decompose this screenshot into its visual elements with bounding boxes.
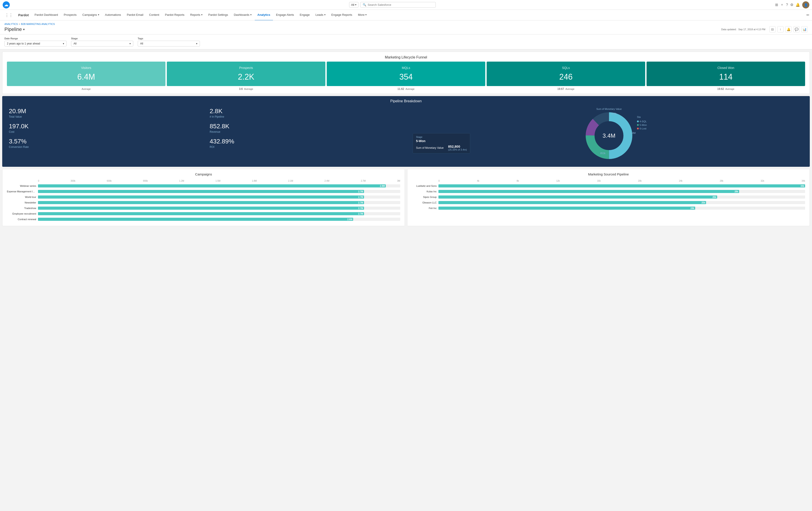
sidebar-item-pardot-reports[interactable]: Pardot Reports bbox=[162, 10, 187, 21]
donut-center-value: 3.4M bbox=[603, 132, 615, 139]
legend-title: Sta bbox=[637, 116, 647, 118]
gear-icon[interactable]: ⚙ bbox=[790, 3, 793, 7]
breadcrumb-analytics[interactable]: ANALYTICS bbox=[4, 23, 18, 25]
sidebar-item-campaigns[interactable]: Campaigns▾ bbox=[80, 10, 102, 21]
chart-icon[interactable]: 📊 bbox=[801, 26, 808, 32]
sidebar-item-more[interactable]: More▾ bbox=[355, 10, 370, 21]
legend-item-sql: 4-SQL bbox=[637, 120, 647, 123]
marketing-pipeline-card: Marketing Sourced Pipeline 0 4k 8k 12k 1… bbox=[407, 169, 810, 226]
chevron-down-icon: ▾ bbox=[129, 42, 131, 45]
sidebar-item-pardot-settings[interactable]: Pardot Settings bbox=[206, 10, 231, 21]
stat-big-4: 3.57% bbox=[9, 138, 201, 145]
filter-stage-label: Stage bbox=[71, 37, 133, 40]
donut-legend: Sta 4-SQL 5-Won bbox=[637, 116, 647, 130]
all-dropdown[interactable]: All ▾ bbox=[349, 2, 358, 7]
salesforce-logo: ☁ bbox=[3, 1, 10, 8]
sidebar-item-pardot-dashboard[interactable]: Pardot Dashboard bbox=[32, 10, 61, 21]
stat-label-0: Total Value bbox=[9, 115, 201, 118]
filter-date-select[interactable]: 2 years ago to 1 year ahead ▾ bbox=[4, 41, 67, 47]
funnel-avg-label-1: Average bbox=[244, 88, 253, 90]
search-input[interactable] bbox=[368, 3, 433, 6]
funnel-value-prospects: 2.2K bbox=[238, 72, 254, 82]
marketing-axis: 0 4k 8k 12k 16k 20k 24k 28k 32k 34k bbox=[412, 180, 805, 182]
filter-tags-label: Tags bbox=[138, 37, 200, 40]
funnel-title: Marketing Lifecycle Funnel bbox=[2, 52, 810, 61]
tooltip-value: 852,800 bbox=[448, 144, 467, 148]
legend-item-won: 5-Won bbox=[637, 124, 647, 126]
search-icon: 🔍 bbox=[363, 3, 366, 6]
sidebar-item-reports[interactable]: Reports▾ bbox=[187, 10, 205, 21]
nav-apps-icon[interactable]: ⋮⋮ bbox=[3, 13, 15, 18]
marketing-pipeline-bar-chart: 0 4k 8k 12k 16k 20k 24k 28k 32k 34k Luei… bbox=[407, 178, 810, 215]
list-item: Webinar series 2.9M bbox=[7, 184, 400, 188]
chevron-down-icon: ▾ bbox=[63, 42, 64, 45]
legend-dot-won bbox=[637, 124, 639, 126]
search-box[interactable]: 🔍 bbox=[360, 2, 436, 7]
sidebar-item-analytics[interactable]: Analytics bbox=[255, 10, 273, 21]
sidebar-item-engage-alerts[interactable]: Engage Alerts bbox=[273, 10, 297, 21]
funnel-value-mqls: 354 bbox=[399, 72, 413, 82]
top-search-bar: ☁ All ▾ 🔍 ⊞ ＋ ? ⚙ 🔔 👤 bbox=[0, 0, 812, 10]
funnel-avg-row: Average 3.6 Average 11.62 Average 19.67 … bbox=[2, 86, 810, 93]
avatar[interactable]: 👤 bbox=[802, 1, 809, 8]
sidebar-item-engage[interactable]: Engage bbox=[297, 10, 313, 21]
bottom-row: Campaigns 0 300k 600k 900k 1.2M 1.5M 1.8… bbox=[2, 169, 810, 226]
marketing-pipeline-title: Marketing Sourced Pipeline bbox=[407, 169, 810, 178]
funnel-avg-val-2: 11.62 bbox=[398, 87, 404, 90]
campaigns-bar-chart: 0 300k 600k 900k 1.2M 1.5M 1.8M 2.1M 2.4… bbox=[2, 178, 405, 226]
sidebar-item-prospects[interactable]: Prospects bbox=[61, 10, 79, 21]
filter-date-label: Date Range bbox=[4, 37, 67, 40]
content-area: ANALYTICS > B2B MARKETING ANALYTICS Pipe… bbox=[0, 21, 812, 231]
sidebar-item-content[interactable]: Content bbox=[146, 10, 162, 21]
donut-label-853k: 853k bbox=[600, 152, 605, 155]
sidebar-item-pardot-email[interactable]: Pardot Email bbox=[124, 10, 146, 21]
sidebar-item-automations[interactable]: Automations bbox=[103, 10, 124, 21]
edit-icon[interactable]: ✏ bbox=[807, 13, 809, 17]
tooltip-title: Stage bbox=[416, 136, 467, 138]
bookmark-icon[interactable]: ⊟ bbox=[770, 26, 776, 32]
funnel-avg-label-3: Average bbox=[566, 88, 575, 90]
stat-big-3: 852.8K bbox=[210, 123, 402, 130]
stat-conversion-rate: 3.57% Conversion Rate bbox=[9, 138, 201, 149]
grid-icon[interactable]: ⊞ bbox=[775, 3, 778, 7]
campaigns-bars: Webinar series 2.9M Expense Management l… bbox=[7, 184, 400, 221]
add-icon[interactable]: ＋ bbox=[780, 2, 784, 7]
list-item: Tradeshow 2.7M bbox=[7, 206, 400, 210]
filter-tags-select[interactable]: All ▾ bbox=[138, 41, 200, 47]
pipeline-stats: 20.9M Total Value 2.8K # in Pipeline 197… bbox=[2, 105, 408, 162]
chevron-down-icon: ▾ bbox=[250, 14, 252, 16]
list-item: Lueilwitz and Sons 34k bbox=[412, 184, 805, 188]
stat-label-1: # in Pipeline bbox=[210, 115, 402, 118]
pipeline-card: Pipeline Breakdown 20.9M Total Value 2.8… bbox=[2, 96, 810, 167]
sidebar-item-dashboards[interactable]: Dashboards▾ bbox=[231, 10, 254, 21]
help-icon[interactable]: ? bbox=[786, 3, 788, 7]
sidebar-item-leads[interactable]: Leads▾ bbox=[313, 10, 328, 21]
nav-brand: Pardot bbox=[16, 13, 32, 17]
bell-icon[interactable]: 🔔 bbox=[795, 3, 800, 7]
list-item: Feii Inc 24k bbox=[412, 206, 805, 210]
funnel-item-mqls: MQLs 354 bbox=[327, 61, 485, 86]
subscribe-icon[interactable]: 🔔 bbox=[785, 26, 791, 32]
chevron-down-icon: ▾ bbox=[98, 14, 99, 16]
stat-pipeline-count: 2.8K # in Pipeline bbox=[210, 108, 402, 118]
tooltip-sub: (25.33% of 3.4m) bbox=[448, 148, 467, 151]
share-icon[interactable]: ↑ bbox=[777, 26, 784, 32]
pipeline-title: Pipeline Breakdown bbox=[2, 96, 810, 105]
data-updated: Data updated: Sep 17, 2018 at 4:13 PM ⊟ … bbox=[721, 26, 808, 32]
dashboard-body: Marketing Lifecycle Funnel Visitors 6.4M… bbox=[0, 52, 812, 231]
page-title-dropdown-icon[interactable]: ▾ bbox=[23, 28, 25, 31]
list-item: Expense Management launch 2.7M bbox=[7, 189, 400, 193]
funnel-avg-val-4: 19.62 bbox=[717, 87, 724, 90]
comment-icon[interactable]: 💬 bbox=[793, 26, 800, 32]
donut-wrapper: Sum of Monetary Value bbox=[585, 108, 633, 160]
stat-cost: 197.0K Cost bbox=[9, 123, 201, 133]
donut-chart-title: Sum of Monetary Value bbox=[585, 108, 633, 110]
funnel-row: Visitors 6.4M Prospects 2.2K MQLs 354 SQ… bbox=[2, 61, 810, 86]
funnel-avg-mqls: 11.62 Average bbox=[327, 87, 485, 90]
filter-stage-value: All bbox=[74, 42, 77, 45]
sidebar-item-engage-reports[interactable]: Engage Reports bbox=[329, 10, 355, 21]
stat-roi: 432.89% ROI bbox=[210, 138, 402, 149]
filter-stage-select[interactable]: All ▾ bbox=[71, 41, 133, 47]
breadcrumb-b2b[interactable]: B2B MARKETING ANALYTICS bbox=[21, 23, 55, 25]
funnel-avg-label-4: Average bbox=[725, 88, 734, 90]
